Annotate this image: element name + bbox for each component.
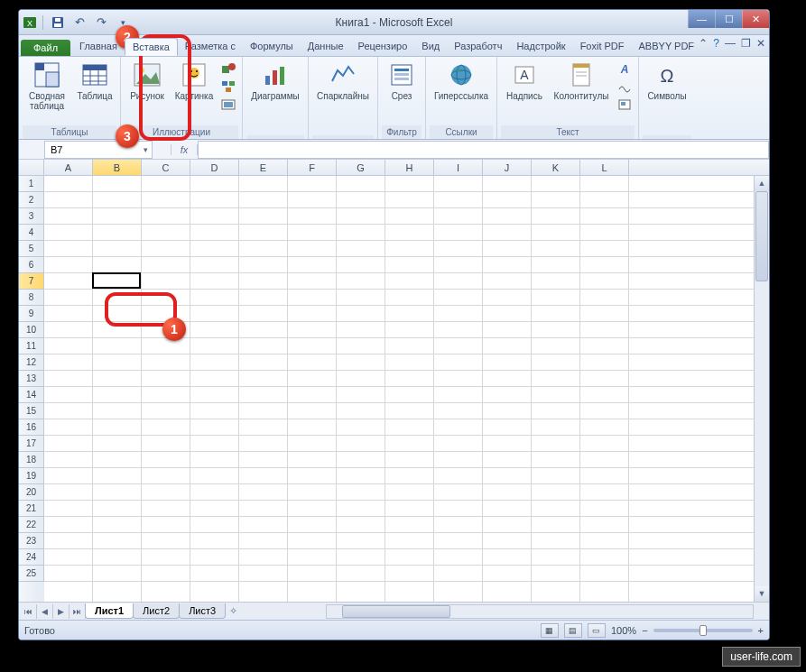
doc-close-icon[interactable]: ✕ xyxy=(756,37,765,50)
minimize-button[interactable]: — xyxy=(688,10,715,28)
sheet-tab[interactable]: Лист1 xyxy=(85,603,134,619)
signature-icon[interactable] xyxy=(616,78,633,95)
textbox-button[interactable]: A Надпись xyxy=(501,59,548,103)
ribbon-tab-2[interactable]: Разметка с xyxy=(178,38,243,56)
scroll-up-icon[interactable]: ▲ xyxy=(755,176,769,191)
sheet-tab[interactable]: Лист2 xyxy=(133,603,180,619)
sparklines-button[interactable]: Спарклайны xyxy=(312,59,374,103)
smartart-icon[interactable] xyxy=(220,78,236,95)
column-header[interactable]: L xyxy=(580,160,629,175)
zoom-slider[interactable] xyxy=(653,629,753,632)
row-header[interactable]: 19 xyxy=(19,468,44,484)
view-normal-icon[interactable]: ▦ xyxy=(541,623,559,638)
clipart-button[interactable]: Картинка xyxy=(171,59,217,103)
hyperlink-button[interactable]: Гиперссылка xyxy=(430,59,493,103)
object-icon[interactable] xyxy=(616,97,633,113)
ribbon-tab-10[interactable]: ABBYY PDF xyxy=(632,38,702,56)
zoom-level[interactable]: 100% xyxy=(611,625,636,636)
slicer-button[interactable]: Срез xyxy=(382,59,422,103)
minimize-ribbon-icon[interactable]: ⌃ xyxy=(699,37,708,50)
column-header[interactable]: D xyxy=(190,160,239,175)
new-sheet-icon[interactable]: ✧ xyxy=(229,605,246,617)
row-header[interactable]: 18 xyxy=(19,452,44,468)
doc-min-icon[interactable]: — xyxy=(725,37,736,50)
view-pagebreak-icon[interactable]: ▭ xyxy=(588,623,606,638)
row-header[interactable]: 15 xyxy=(19,403,44,419)
headerfooter-button[interactable]: Колонтитулы xyxy=(550,59,613,103)
zoom-out-icon[interactable]: − xyxy=(642,625,647,636)
qat-customize-icon[interactable]: ▾ xyxy=(114,14,132,32)
view-layout-icon[interactable]: ▤ xyxy=(564,623,582,638)
column-header[interactable]: C xyxy=(142,160,190,175)
row-header[interactable]: 4 xyxy=(19,225,44,241)
column-header[interactable]: K xyxy=(532,160,580,175)
file-tab[interactable]: Файл xyxy=(21,40,70,56)
column-header[interactable]: F xyxy=(288,160,337,175)
help-icon[interactable]: ? xyxy=(713,37,719,50)
row-header[interactable]: 12 xyxy=(19,354,44,371)
row-header[interactable]: 1 xyxy=(19,176,44,192)
row-header[interactable]: 10 xyxy=(19,322,44,338)
wordart-icon[interactable]: A xyxy=(616,60,633,77)
column-header[interactable]: I xyxy=(434,160,483,175)
sheet-first-icon[interactable]: ⏮ xyxy=(21,604,37,619)
row-header[interactable]: 9 xyxy=(19,306,44,322)
column-header[interactable]: E xyxy=(239,160,288,175)
picture-button[interactable]: Рисунок xyxy=(125,59,170,103)
column-header[interactable]: A xyxy=(44,160,93,175)
horizontal-scrollbar[interactable] xyxy=(326,604,754,619)
row-header[interactable]: 3 xyxy=(19,208,44,225)
ribbon-tab-8[interactable]: Надстройк xyxy=(509,38,572,56)
symbols-button[interactable]: Ω Символы xyxy=(643,59,691,103)
row-header[interactable]: 6 xyxy=(19,257,44,273)
sheet-last-icon[interactable]: ⏭ xyxy=(69,604,86,619)
ribbon-tab-7[interactable]: Разработч xyxy=(447,38,509,56)
save-icon[interactable] xyxy=(49,14,67,32)
row-header[interactable]: 24 xyxy=(19,549,44,566)
maximize-button[interactable]: ☐ xyxy=(715,10,742,28)
row-header[interactable]: 17 xyxy=(19,436,44,452)
fx-icon[interactable]: fx xyxy=(171,144,198,155)
shapes-icon[interactable] xyxy=(220,60,236,77)
row-header[interactable]: 25 xyxy=(19,566,44,582)
formula-input[interactable] xyxy=(198,141,769,159)
active-cell[interactable] xyxy=(92,272,141,289)
row-header[interactable]: 22 xyxy=(19,517,44,533)
row-header[interactable]: 23 xyxy=(19,533,44,549)
row-header[interactable]: 2 xyxy=(19,192,44,208)
ribbon-tab-0[interactable]: Главная xyxy=(72,38,125,56)
screenshot-icon[interactable] xyxy=(220,97,236,113)
zoom-in-icon[interactable]: + xyxy=(758,625,764,636)
vscroll-thumb[interactable] xyxy=(755,191,768,281)
row-header[interactable]: 8 xyxy=(19,290,44,306)
row-header[interactable]: 7 xyxy=(19,273,44,290)
close-button[interactable]: ✕ xyxy=(742,10,769,28)
column-header[interactable]: H xyxy=(385,160,434,175)
charts-button[interactable]: Диаграммы xyxy=(246,59,304,103)
sheet-next-icon[interactable]: ▶ xyxy=(53,604,69,619)
row-header[interactable]: 5 xyxy=(19,241,44,257)
column-header[interactable]: G xyxy=(337,160,385,175)
redo-icon[interactable]: ↷ xyxy=(92,14,110,32)
cells-area[interactable] xyxy=(44,176,769,602)
hscroll-thumb[interactable] xyxy=(342,605,450,618)
row-header[interactable]: 16 xyxy=(19,419,44,436)
table-button[interactable]: Таблица xyxy=(73,59,116,103)
row-header[interactable]: 14 xyxy=(19,387,44,403)
pivot-table-button[interactable]: Сводная таблица xyxy=(23,59,71,113)
ribbon-tab-1[interactable]: Вставка xyxy=(125,38,178,56)
select-all-corner[interactable] xyxy=(19,160,44,175)
vertical-scrollbar[interactable]: ▲ ▼ xyxy=(754,176,769,602)
ribbon-tab-3[interactable]: Формулы xyxy=(243,38,301,56)
zoom-thumb[interactable] xyxy=(699,625,707,636)
doc-restore-icon[interactable]: ❐ xyxy=(741,37,751,50)
name-box[interactable]: B7 xyxy=(44,141,153,159)
undo-icon[interactable]: ↶ xyxy=(70,14,88,32)
sheet-tab[interactable]: Лист3 xyxy=(179,603,226,619)
ribbon-tab-5[interactable]: Рецензиро xyxy=(351,38,415,56)
worksheet-grid[interactable]: ABCDEFGHIJKL 123456789101112131415161718… xyxy=(19,160,769,602)
row-header[interactable]: 20 xyxy=(19,484,44,501)
row-header[interactable]: 21 xyxy=(19,501,44,517)
row-header[interactable]: 13 xyxy=(19,371,44,387)
scroll-down-icon[interactable]: ▼ xyxy=(755,586,769,602)
